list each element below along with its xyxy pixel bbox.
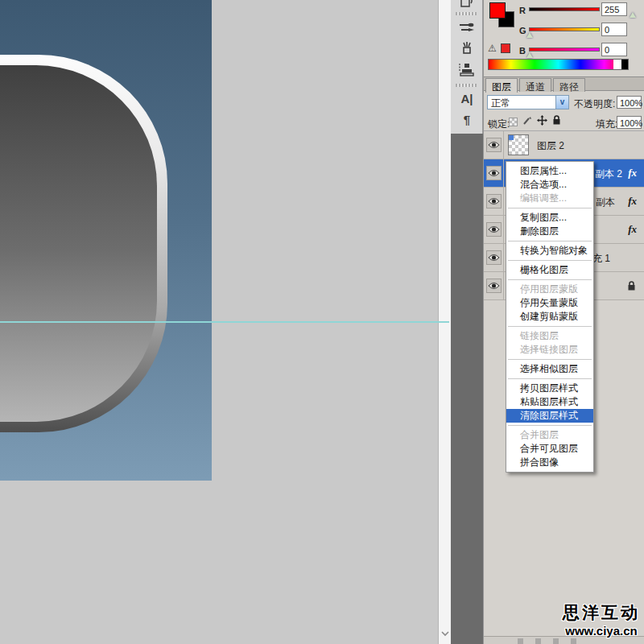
blue-channel-slider[interactable] — [529, 47, 600, 52]
green-channel-value[interactable]: 0 — [601, 23, 627, 36]
background-lock-icon — [627, 281, 636, 294]
menu-item-18[interactable]: 选择相似图层 — [506, 362, 593, 376]
menu-item-15: 链接图层 — [506, 329, 593, 343]
green-channel-label: G — [519, 26, 526, 35]
layer-controls: 正常 v 不透明度: 100% 锁定: 填充: 100% — [484, 91, 644, 131]
lock-buttons — [509, 115, 561, 128]
menu-item-0[interactable]: 图层属性... — [506, 164, 593, 178]
blend-mode-select[interactable]: 正常 v — [487, 95, 569, 109]
color-spectrum-ramp[interactable] — [488, 59, 629, 70]
blue-channel-row: B 0 — [519, 45, 640, 58]
bottom-bar-icon-fragment[interactable] — [518, 638, 523, 644]
layer-name[interactable]: 副本 — [596, 196, 615, 209]
visibility-eye-icon[interactable] — [486, 166, 502, 180]
bottom-bar-icon-fragment[interactable] — [535, 638, 541, 644]
gamut-color-swatch[interactable] — [501, 43, 510, 53]
layer-name[interactable]: 副本 2 — [595, 167, 622, 181]
rounded-button-shape-fill — [0, 65, 157, 422]
menu-item-26[interactable]: 拼合图像 — [506, 456, 593, 469]
dock-grip[interactable] — [456, 12, 477, 15]
menu-separator — [508, 378, 592, 379]
panel-tab-bar: 图层 通道 路径 — [484, 76, 644, 91]
menu-item-21[interactable]: 粘贴图层样式 — [506, 395, 593, 409]
layer-comps-stamp-icon[interactable] — [451, 61, 483, 81]
visibility-eye-icon[interactable] — [486, 138, 502, 152]
watermark: 思洋互动 www.ciya.cn — [563, 601, 640, 638]
menu-item-24: 合并图层 — [506, 428, 593, 442]
layer-fx-icon[interactable]: fx — [628, 167, 637, 180]
menu-item-9[interactable]: 栅格化图层 — [506, 263, 593, 277]
menu-separator — [508, 208, 592, 208]
lock-label: 锁定: — [488, 118, 510, 131]
menu-separator — [508, 241, 592, 242]
layer-fx-icon[interactable]: fx — [628, 195, 637, 208]
bottom-bar-icon-fragment[interactable] — [571, 638, 576, 644]
menu-item-1[interactable]: 混合选项... — [506, 178, 593, 192]
visibility-eye-icon[interactable] — [486, 194, 502, 208]
rounded-button-shape-rim — [0, 55, 167, 432]
paragraph-panel-icon[interactable]: ¶ — [451, 113, 483, 126]
brushes-panel-icon[interactable] — [451, 21, 483, 37]
menu-separator — [508, 326, 592, 327]
blue-channel-value[interactable]: 0 — [601, 43, 627, 56]
character-panel-icon[interactable]: A| — [451, 92, 483, 105]
layer-fx-icon[interactable]: fx — [628, 223, 637, 236]
menu-item-13[interactable]: 创建剪贴蒙版 — [506, 310, 593, 324]
menu-item-2: 编辑调整... — [506, 192, 593, 205]
red-channel-slider[interactable] — [529, 7, 600, 11]
document-canvas[interactable] — [0, 0, 212, 481]
layer-context-menu: 图层属性...混合选项...编辑调整...复制图层...删除图层转换为智能对象栅… — [506, 161, 594, 473]
black-chip[interactable] — [621, 60, 628, 69]
menu-separator — [508, 425, 592, 426]
blue-slider-thumb[interactable] — [526, 52, 533, 58]
red-channel-row: R 255 — [519, 5, 640, 18]
menu-item-20[interactable]: 拷贝图层样式 — [506, 382, 593, 395]
dock-grip[interactable] — [456, 84, 477, 87]
visibility-eye-icon[interactable] — [486, 250, 502, 265]
green-channel-row: G 0 — [519, 25, 640, 38]
foreground-color-swatch[interactable] — [489, 2, 506, 19]
green-slider-thumb[interactable] — [526, 32, 533, 38]
watermark-brand: 思洋互动 — [563, 601, 640, 624]
fill-value[interactable]: 100% — [617, 116, 642, 129]
menu-item-22[interactable]: 清除图层样式 — [506, 409, 593, 423]
menu-separator — [508, 279, 592, 280]
tab-paths[interactable]: 路径 — [553, 78, 585, 92]
horizontal-guide-line — [0, 321, 449, 323]
scrollbar-down-arrow-icon[interactable] — [441, 628, 449, 639]
watermark-url: www.ciya.cn — [563, 624, 640, 638]
menu-item-11: 停用图层蒙版 — [506, 283, 593, 296]
thumbnail-corner-mark — [509, 135, 514, 140]
visibility-eye-icon[interactable] — [486, 279, 502, 293]
green-channel-slider[interactable] — [529, 27, 600, 31]
menu-item-7[interactable]: 转换为智能对象 — [506, 244, 593, 258]
menu-item-5[interactable]: 删除图层 — [506, 225, 593, 238]
lock-transparency-icon[interactable] — [509, 118, 518, 126]
layer-name[interactable]: 图层 2 — [537, 139, 564, 153]
layer-thumbnail-transparent[interactable] — [508, 134, 529, 155]
red-channel-value[interactable]: 255 — [601, 2, 627, 16]
tab-channels[interactable]: 通道 — [519, 78, 551, 92]
clone-source-panel-icon[interactable] — [451, 41, 483, 59]
red-slider-thumb[interactable] — [630, 12, 636, 18]
visibility-eye-icon[interactable] — [486, 222, 502, 237]
opacity-value[interactable]: 100% — [617, 96, 642, 109]
gamut-warning-icon[interactable]: ⚠ — [488, 43, 497, 54]
bottom-bar-icon-fragment[interactable] — [553, 638, 559, 644]
lock-all-padlock-icon[interactable] — [552, 115, 561, 128]
photoshop-workspace: A| ¶ R 255 G 0 B — [0, 0, 644, 644]
white-chip[interactable] — [613, 60, 621, 69]
layer-name[interactable]: 充 1 — [592, 252, 610, 266]
layer-row-layer2[interactable]: 图层 2 — [484, 131, 644, 159]
chevron-down-icon[interactable]: v — [555, 96, 568, 109]
lock-pixels-brush-icon[interactable] — [522, 116, 532, 128]
blend-mode-value: 正常 — [491, 97, 510, 109]
palette-dock-buttons: A| ¶ — [451, 0, 483, 134]
red-channel-label: R — [519, 6, 526, 15]
lock-position-move-icon[interactable] — [537, 115, 547, 128]
notes-panel-icon[interactable] — [451, 0, 483, 10]
palette-dock: A| ¶ — [451, 0, 483, 644]
menu-item-12[interactable]: 停用矢量蒙版 — [506, 296, 593, 310]
menu-item-25[interactable]: 合并可见图层 — [506, 442, 593, 456]
menu-item-4[interactable]: 复制图层... — [506, 211, 593, 225]
